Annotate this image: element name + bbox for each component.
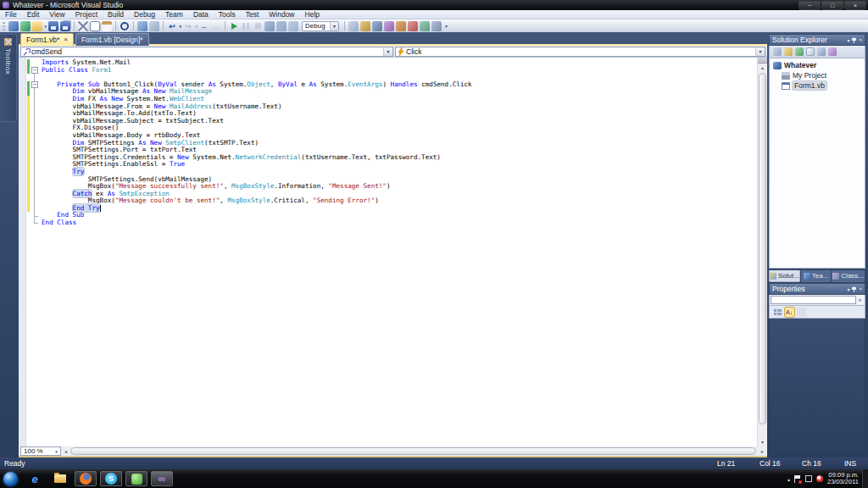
command-window-icon[interactable] (431, 21, 442, 31)
show-all-files-icon[interactable] (784, 47, 793, 56)
comment-icon[interactable] (137, 21, 147, 31)
show-desktop-button[interactable] (862, 469, 868, 488)
auto-hide-pin-icon[interactable] (852, 37, 856, 43)
cut-icon[interactable] (78, 21, 88, 31)
new-project-icon[interactable] (8, 21, 19, 31)
tab-form1-vb-design[interactable]: Form1.vb [Design]* (75, 33, 149, 46)
alphabetical-icon[interactable]: A↓ (785, 308, 794, 317)
vertical-scrollbar[interactable]: ▴ ▾ (757, 58, 767, 446)
paste-icon[interactable] (102, 21, 112, 31)
navigate-forward-icon[interactable]: → (211, 21, 221, 31)
vertical-scrollbar-thumb[interactable] (759, 73, 766, 424)
horizontal-scrollbar[interactable] (70, 446, 756, 456)
tray-app-icon[interactable] (805, 475, 812, 482)
scroll-left-icon[interactable]: ◂ (61, 448, 70, 454)
menu-edit[interactable]: Edit (22, 10, 45, 19)
redo-icon[interactable]: ↪▾ (183, 21, 193, 31)
pause-icon[interactable] (241, 21, 251, 31)
solution-explorer-toolbar-icon[interactable] (360, 21, 370, 31)
panel-tab-tea[interactable]: Tea... (801, 270, 831, 282)
taskbar-button-messenger[interactable] (125, 471, 147, 486)
undo-icon[interactable]: ↩▾ (167, 21, 177, 31)
horizontal-scrollbar-thumb[interactable] (70, 447, 756, 455)
debug-configuration-dropdown[interactable]: Debug▾ (302, 21, 339, 31)
collapse-region-icon[interactable]: − (31, 67, 38, 74)
taskbar-button-skype[interactable]: S (100, 471, 122, 486)
refresh-icon[interactable] (795, 47, 804, 56)
close-button[interactable]: × (844, 1, 866, 10)
property-pages-icon[interactable] (797, 308, 806, 317)
menu-debug[interactable]: Debug (129, 10, 160, 19)
properties-object-dropdown[interactable]: ▾ (769, 295, 865, 306)
start-debugging-icon[interactable] (229, 21, 239, 31)
window-position-icon[interactable]: ▾ (847, 37, 849, 43)
se-properties-icon[interactable] (773, 47, 782, 56)
taskbar-button-windows-explorer[interactable] (49, 471, 71, 486)
scroll-down-icon[interactable]: ▾ (758, 438, 767, 446)
tree-item-my-project[interactable]: My Project (770, 70, 865, 80)
taskbar-clock[interactable]: 09:09 p.m. 23/03/2011 (827, 472, 859, 485)
restore-button[interactable]: □ (821, 1, 843, 10)
save-all-icon[interactable] (60, 21, 70, 31)
toolbox-tab[interactable]: Toolbox (0, 34, 17, 122)
menu-data[interactable]: Data (188, 10, 214, 19)
panel-tab-solut[interactable]: Solut... (769, 270, 800, 282)
taskbar-button-visual-studio[interactable]: ∞ (151, 471, 173, 486)
find-in-files-icon[interactable] (348, 21, 359, 31)
find-icon[interactable] (120, 21, 130, 31)
toolbar-overflow-icon[interactable]: ▾ (445, 23, 448, 29)
close-panel-icon[interactable]: × (859, 37, 862, 42)
zoom-dropdown[interactable]: 100 % ▾ (20, 446, 61, 456)
save-icon[interactable] (48, 21, 58, 31)
immediate-window-icon[interactable] (420, 21, 430, 31)
stop-icon[interactable] (253, 21, 263, 31)
copy-icon[interactable] (90, 21, 100, 31)
toolbox-icon[interactable] (396, 21, 406, 31)
event-dropdown[interactable]: Click ▾ (395, 47, 765, 57)
close-panel-icon[interactable]: × (859, 286, 862, 291)
scroll-up-icon[interactable]: ▴ (758, 64, 767, 72)
auto-hide-pin-icon[interactable] (852, 286, 856, 292)
menu-project[interactable]: Project (70, 10, 103, 19)
menu-file[interactable]: File (0, 10, 22, 19)
chevron-down-icon[interactable]: ▾ (755, 47, 765, 56)
add-item-icon[interactable] (20, 21, 31, 31)
properties-window-icon[interactable] (372, 21, 382, 31)
scroll-right-icon[interactable]: ▸ (758, 448, 767, 454)
panel-tab-class[interactable]: Class... (832, 270, 865, 282)
object-browser-icon[interactable] (384, 21, 394, 31)
tree-item-whatever[interactable]: Whatever (770, 60, 865, 70)
start-button-icon[interactable] (3, 472, 18, 486)
menu-window[interactable]: Window (264, 10, 299, 19)
object-dropdown[interactable]: cmdSend ▾ (20, 47, 393, 57)
view-designer-icon[interactable] (817, 47, 826, 56)
taskbar-button-firefox[interactable] (75, 471, 97, 486)
tray-expand-icon[interactable]: ▴ (787, 476, 790, 482)
menu-test[interactable]: Test (241, 10, 264, 19)
navigate-back-icon[interactable]: ← (199, 21, 209, 31)
menu-build[interactable]: Build (103, 10, 129, 19)
collapse-region-icon[interactable]: − (31, 81, 38, 88)
chevron-down-icon[interactable]: ▾ (330, 22, 338, 30)
categorized-icon[interactable] (773, 308, 782, 317)
step-into-icon[interactable] (264, 21, 275, 31)
class-diagram-icon[interactable] (828, 47, 837, 56)
step-over-icon[interactable] (276, 21, 287, 31)
toolbar-grip[interactable] (3, 22, 5, 30)
chevron-down-icon[interactable]: ▾ (856, 297, 864, 302)
tab-form1-vb[interactable]: Form1.vb* × (20, 33, 74, 46)
menu-team[interactable]: Team (160, 10, 188, 19)
uncomment-icon[interactable] (149, 21, 159, 31)
taskbar-button-internet-explorer[interactable]: e (24, 471, 46, 486)
window-position-icon[interactable]: ▾ (847, 286, 849, 292)
tray-status-icon[interactable] (816, 475, 823, 482)
tree-item-form1-vb[interactable]: Form1.vb (770, 80, 865, 91)
open-file-icon[interactable]: ▾ (32, 21, 42, 31)
error-list-icon[interactable] (408, 21, 418, 31)
code-editor[interactable]: Imports System.Net.Mail−Public Class For… (19, 58, 767, 446)
menu-tools[interactable]: Tools (214, 10, 241, 19)
minimize-button[interactable]: − (798, 1, 821, 10)
menu-view[interactable]: View (44, 10, 70, 19)
view-code-icon[interactable] (806, 47, 815, 56)
chevron-down-icon[interactable]: ▾ (53, 449, 60, 454)
